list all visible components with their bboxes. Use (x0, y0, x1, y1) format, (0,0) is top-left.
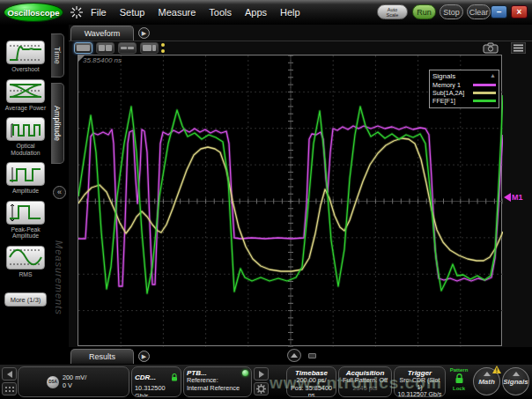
channel-panel[interactable]: DSA 200 mV/ 0 V (18, 366, 129, 397)
menu-setup[interactable]: Setup (120, 7, 145, 18)
overshoot-icon (6, 41, 45, 64)
clear-button[interactable]: Clear (467, 4, 491, 19)
cdr-panel[interactable]: CDR... 10.312500 Gb/s LBW: 6.186 MHz (131, 366, 181, 397)
pattern-lock-label-top: Pattern (447, 367, 470, 373)
sidebar-item-overshoot[interactable]: Overshoot (6, 41, 45, 73)
sidebar-item-peak-peak-amplitude[interactable]: Peak-Peak Amplitude (6, 201, 45, 240)
chevron-up-icon (291, 353, 298, 358)
waveform-display[interactable]: 35.85400 ns Signals ▲ Memory 1 Sub[1A,2A… (78, 55, 502, 346)
layout-mixed-button[interactable] (140, 42, 159, 54)
tab-results[interactable]: Results (70, 349, 134, 364)
more-measurements-button[interactable]: More (1/3) (4, 292, 47, 307)
gear-icon (256, 381, 266, 397)
math-label: Math (474, 378, 499, 386)
display-toolbar (69, 41, 532, 55)
tab-waveform[interactable]: Waveform (70, 26, 134, 41)
expand-results-button[interactable] (287, 349, 301, 362)
sidebar-collapse-icon[interactable]: « (53, 186, 66, 199)
sub-color-swatch (473, 92, 496, 94)
arrow-right-icon (259, 371, 264, 378)
acquisition-points: 2345 pts (342, 385, 388, 393)
memory1-color-swatch (473, 84, 496, 86)
legend-item-ffe[interactable]: FFE[F1] (432, 97, 496, 105)
menu-help[interactable]: Help (280, 7, 300, 18)
average-power-icon (6, 79, 45, 103)
trigger-panel[interactable]: Trigger Src: CDR (Slot 1) 10.312507 Gb/s… (394, 366, 446, 397)
warning-icon (492, 366, 501, 375)
grid-dots-icon (5, 387, 7, 388)
tab-time[interactable]: Time (51, 33, 64, 78)
oscilloscope-app-window: Oscilloscope File Setup Measure Tools Ap… (0, 0, 532, 399)
hamburger-menu-icon[interactable] (511, 41, 526, 57)
menu-measure[interactable]: Measure (158, 7, 196, 18)
results-tab-play-icon[interactable]: ▶ (138, 351, 150, 362)
layout-quad-button[interactable] (96, 42, 115, 54)
legend-collapse-icon[interactable]: ▲ (490, 72, 496, 80)
chevron-up-icon (484, 372, 491, 376)
chevron-up-icon (513, 372, 520, 376)
scroll-left-button[interactable] (2, 367, 17, 381)
ffe-color-swatch (473, 100, 496, 102)
sidebar-item-amplitude[interactable]: Amplitude (6, 162, 45, 195)
legend-item-sub[interactable]: Sub[1A,2A] (432, 89, 496, 97)
close-button[interactable]: × (511, 5, 528, 18)
channel-offset: 0 V (63, 382, 86, 390)
menubar: File Setup Measure Tools Apps Help (91, 0, 300, 25)
rms-icon (6, 246, 45, 270)
tab-amplitude[interactable]: Amplitude (51, 83, 64, 164)
layout-single-button[interactable] (74, 42, 92, 54)
panel-size-icon[interactable] (308, 353, 316, 358)
drag-handle-dots-icon[interactable] (161, 43, 165, 55)
stop-button[interactable]: Stop (440, 4, 463, 19)
layout-rows-button[interactable] (118, 42, 137, 54)
marker-m1-arrow-icon (504, 193, 511, 202)
signals-label: Signals (503, 378, 528, 386)
measurement-sidebar: Overshoot Average Power Optical Modulati… (0, 25, 51, 365)
sidebar-item-rms[interactable]: RMS (6, 246, 45, 278)
sidebar-item-optical-modulation[interactable]: Optical Modulation (6, 117, 45, 156)
waveform-tab-play-icon[interactable]: ▶ (138, 27, 150, 39)
legend-title: Signals (432, 72, 455, 80)
pattern-lock-icon (454, 380, 464, 385)
settings-burst-icon[interactable] (70, 6, 83, 22)
scroll-right-button[interactable] (254, 367, 269, 381)
ptb-panel[interactable]: PTB... Reference: Internal Reference (183, 366, 252, 397)
signals-legend[interactable]: Signals ▲ Memory 1 Sub[1A,2A] FFE[F1] (429, 70, 499, 108)
dsa-badge: DSA (47, 376, 59, 388)
menu-file[interactable]: File (91, 7, 107, 18)
channel-grid-button[interactable] (2, 382, 17, 395)
amplitude-icon (6, 162, 45, 186)
pattern-lock-button[interactable]: Pattern Lock (447, 366, 470, 397)
auto-scale-button[interactable]: AutoScale (377, 4, 408, 19)
settings-gear-button[interactable] (254, 382, 269, 395)
app-logo-label: Oscilloscope (7, 8, 59, 18)
run-button[interactable]: Run (412, 4, 436, 19)
workspace: Waveform ▶ 35.85400 ns Signals ▲ (69, 25, 532, 365)
cdr-rate: 10.312500 Gb/s (135, 385, 178, 397)
measurements-group-label: Measurements (54, 240, 64, 315)
lock-icon (171, 369, 178, 385)
sidebar-tab-strip: Time Amplitude « Measurements (51, 25, 69, 365)
app-logo: Oscilloscope (4, 3, 63, 22)
green-led-icon (242, 370, 248, 376)
math-button[interactable]: Math (473, 367, 500, 395)
menu-apps[interactable]: Apps (245, 7, 267, 18)
statusbar: DSA 200 mV/ 0 V CDR... 10.312500 Gb/s LB… (0, 365, 532, 399)
ptb-reference-value: Internal Reference (187, 385, 248, 393)
legend-item-memory1[interactable]: Memory 1 (432, 81, 496, 89)
sidebar-item-average-power[interactable]: Average Power (5, 79, 46, 112)
titlebar: Oscilloscope File Setup Measure Tools Ap… (0, 0, 532, 25)
acquisition-panel[interactable]: Acquisition Full Pattern: Off 2345 pts (338, 366, 392, 397)
pattern-lock-label-bottom: Lock (447, 386, 470, 392)
results-bar: Results ▶ (69, 347, 532, 365)
marker-m1-label: M1 (512, 193, 523, 202)
minimize-button[interactable]: – (491, 5, 507, 18)
marker-m1[interactable]: M1 (504, 193, 523, 202)
signals-button[interactable]: Signals (502, 367, 529, 395)
arrow-left-icon (7, 371, 12, 378)
cdr-title: CDR... (135, 373, 156, 381)
peak-peak-amplitude-icon (6, 201, 45, 225)
menu-tools[interactable]: Tools (209, 7, 232, 18)
trigger-title: Trigger (397, 369, 442, 377)
timebase-panel[interactable]: Timebase 200.00 ps/ Pos: 35.85400 ns (286, 366, 336, 397)
